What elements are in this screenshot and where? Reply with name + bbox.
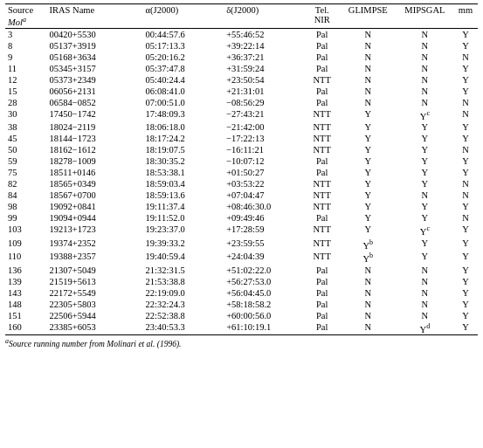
header-iras: IRAS Name [47,4,143,29]
cell-source: 103 [5,224,47,238]
header-glimpse: GLIMPSE [340,4,397,29]
table-footnote: aSource running number from Molinari et … [5,337,478,348]
cell-delta: −27:43:21 [224,108,305,122]
cell-iras: 22172+5549 [47,287,143,299]
cell-tel: NTT [305,251,340,265]
cell-glimpse: N [340,299,397,310]
cell-glimpse: N [340,63,397,74]
table-row: 1506056+213106:08:41.0+21:31:01PalNNY [5,86,478,97]
cell-delta: +51:02:22.0 [224,265,305,276]
cell-alpha: 19:39:33.2 [143,238,224,252]
cell-tel: Pal [305,299,340,310]
cell-mm: Y [453,299,478,310]
cell-mm: Y [453,201,478,212]
cell-delta: +39:22:14 [224,40,305,52]
table-row: 16023385+605323:40:53.3+61:10:19.1PalNYd… [5,321,478,335]
cell-mm: Y [453,310,478,321]
cell-iras: 18278−1009 [47,155,143,167]
cell-mipsgal: N [397,310,453,321]
cell-tel: Pal [305,321,340,335]
cell-mipsgal: Yd [397,321,453,335]
cell-tel: Pal [305,276,340,287]
table-row: 5918278−100918:30:35.2−10:07:12PalYYY [5,155,478,167]
cell-tel: Pal [305,86,340,97]
cell-mipsgal: Y [397,212,453,224]
header-delta: δ(J2000) [224,4,305,29]
cell-alpha: 18:59:03.4 [143,178,224,190]
cell-iras: 21307+5049 [47,265,143,276]
cell-iras: 19374+2352 [47,238,143,252]
cell-delta: −08:56:29 [224,97,305,108]
cell-iras: 17450−1742 [47,108,143,122]
cell-iras: 05137+3919 [47,40,143,52]
cell-delta: +36:37:21 [224,52,305,63]
cell-source: 28 [5,97,47,108]
table-row: 14322172+554922:19:09.0+56:04:45.0PalNNY [5,287,478,299]
cell-delta: −21:42:00 [224,121,305,133]
cell-mm: Y [453,121,478,133]
cell-glimpse: N [340,276,397,287]
cell-alpha: 21:32:31.5 [143,265,224,276]
cell-mm: Y [453,224,478,238]
cell-mipsgal: Y [397,155,453,167]
cell-tel: Pal [305,310,340,321]
table-row: 11019388+235719:40:59.4+24:04:39NTTYbYY [5,251,478,265]
cell-tel: Pal [305,287,340,299]
cell-mipsgal: Y [397,178,453,190]
table-row: 8218565+034918:59:03.4+03:53:22NTTYYN [5,178,478,190]
cell-alpha: 17:48:09.3 [143,108,224,122]
cell-delta: +21:31:01 [224,86,305,97]
cell-mipsgal: Y [397,167,453,178]
cell-alpha: 23:40:53.3 [143,321,224,335]
cell-iras: 05345+3157 [47,63,143,74]
cell-delta: +55:46:52 [224,28,305,40]
cell-glimpse: N [340,287,397,299]
cell-iras: 23385+6053 [47,321,143,335]
cell-source: 38 [5,121,47,133]
cell-source: 59 [5,155,47,167]
cell-alpha: 05:20:16.2 [143,52,224,63]
cell-source: 8 [5,40,47,52]
cell-delta: +03:53:22 [224,178,305,190]
table-row: 15122506+594422:52:38.8+60:00:56.0PalNNY [5,310,478,321]
cell-tel: Pal [305,212,340,224]
cell-mipsgal: N [397,287,453,299]
cell-alpha: 19:11:52.0 [143,212,224,224]
cell-source: 50 [5,144,47,155]
cell-tel: Pal [305,40,340,52]
cell-mipsgal: Y [397,238,453,252]
cell-mm: Y [453,86,478,97]
cell-glimpse: Y [340,224,397,238]
cell-glimpse: Y [340,212,397,224]
cell-mipsgal: N [397,52,453,63]
cell-delta: +56:04:45.0 [224,287,305,299]
cell-delta: −10:07:12 [224,155,305,167]
table-row: 14822305+580322:32:24.3+58:18:58.2PalNNY [5,299,478,310]
cell-tel: NTT [305,178,340,190]
cell-alpha: 18:06:18.0 [143,121,224,133]
cell-delta: +23:59:55 [224,238,305,252]
table-row: 905168+363405:20:16.2+36:37:21PalNNN [5,52,478,63]
cell-glimpse: Yb [340,238,397,252]
cell-source: 9 [5,52,47,63]
cell-glimpse: N [340,265,397,276]
cell-source: 75 [5,167,47,178]
cell-glimpse: Y [340,108,397,122]
cell-tel: NTT [305,74,340,86]
cell-alpha: 22:32:24.3 [143,299,224,310]
cell-mm: Y [453,28,478,40]
cell-mm: Y [453,238,478,252]
cell-iras: 18511+0146 [47,167,143,178]
cell-iras: 21519+5613 [47,276,143,287]
cell-glimpse: N [340,310,397,321]
header-alpha: α(J2000) [143,4,224,29]
cell-mipsgal: N [397,40,453,52]
cell-glimpse: N [340,40,397,52]
cell-glimpse: Y [340,144,397,155]
table-row: 9819092+084119:11:37.4+08:46:30.0NTTYYY [5,201,478,212]
table-row: 300420+553000:44:57.6+55:46:52PalNNY [5,28,478,40]
cell-source: 109 [5,238,47,252]
cell-iras: 22506+5944 [47,310,143,321]
cell-alpha: 19:40:59.4 [143,251,224,265]
cell-mm: N [453,212,478,224]
